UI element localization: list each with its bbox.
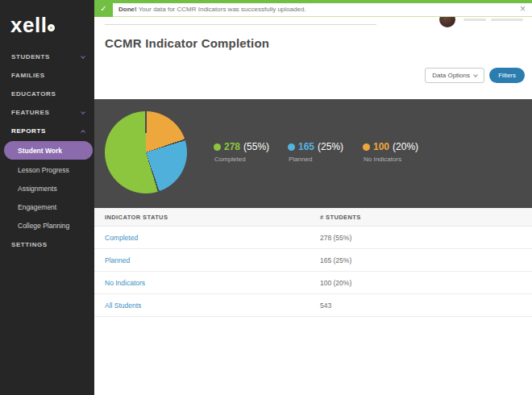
sidebar-item-families[interactable]: FAMILIES xyxy=(0,66,94,85)
chevron-up-icon xyxy=(81,130,85,135)
chevron-down-icon xyxy=(81,110,85,114)
table-row: Completed 278 (55%) xyxy=(94,227,532,249)
banner-message-text: Your data for CCMR Indicators was succes… xyxy=(137,6,306,13)
success-banner: ✓ Done! Your data for CCMR Indicators wa… xyxy=(94,0,532,17)
sidebar-item-student-work[interactable]: Student Work xyxy=(4,141,93,160)
sidebar-item-educators[interactable]: EDUCATORS xyxy=(0,85,94,103)
column-header-indicator-status: INDICATOR STATUS xyxy=(105,214,168,221)
sidebar-item-label: Assignments xyxy=(18,185,57,193)
sidebar-item-lesson-progress[interactable]: Lesson Progress xyxy=(0,160,94,179)
sidebar-item-label: Engagement xyxy=(18,203,56,211)
table-header: INDICATOR STATUS # STUDENTS xyxy=(94,208,532,227)
legend-item-no-indicators: 100 (20%) No Indicators xyxy=(363,141,418,163)
table-row: No Indicators 100 (20%) xyxy=(94,272,532,294)
sidebar-item-label: STUDENTS xyxy=(11,53,50,60)
sidebar-item-settings[interactable]: SETTINGS xyxy=(0,235,94,254)
check-icon: ✓ xyxy=(94,0,113,17)
sidebar-item-features[interactable]: FEATURES xyxy=(0,103,94,122)
sidebar-item-label: EDUCATORS xyxy=(11,90,56,98)
table-row: Planned 165 (25%) xyxy=(94,249,532,272)
status-link-completed[interactable]: Completed xyxy=(105,234,138,242)
app-window: xell STUDENTS FAMILIES EDUCATORS FEATURE… xyxy=(0,0,532,395)
sidebar-item-label: College Planning xyxy=(18,222,69,230)
logo-o-icon xyxy=(48,24,55,31)
filters-label: Filters xyxy=(498,72,516,79)
sidebar-item-label: Lesson Progress xyxy=(18,166,69,174)
sidebar-item-engagement[interactable]: Engagement xyxy=(0,198,94,216)
legend-count: 165 xyxy=(298,141,314,152)
sidebar-item-label: Student Work xyxy=(18,147,62,155)
legend-label: No Indicators xyxy=(364,156,418,163)
legend-dot-planned xyxy=(288,143,295,151)
chevron-down-icon xyxy=(81,54,85,59)
sidebar-item-students[interactable]: STUDENTS xyxy=(0,48,94,66)
column-header-students: # STUDENTS xyxy=(320,214,361,221)
chart-panel: 278 (55%) Completed 165 (25%) Planned 10… xyxy=(94,99,532,208)
main-content: ✓ Done! Your data for CCMR Indicators wa… xyxy=(94,0,532,395)
table-row: All Students 543 xyxy=(94,294,532,317)
legend-dot-completed xyxy=(214,143,221,151)
legend-label: Completed xyxy=(214,156,269,163)
legend-count: 100 xyxy=(373,141,389,152)
legend-count: 278 xyxy=(224,141,240,152)
legend-percent: (55%) xyxy=(243,141,269,152)
students-value: 278 (55%) xyxy=(320,234,351,242)
header-divider xyxy=(105,24,376,25)
students-value: 100 (20%) xyxy=(320,279,351,287)
legend-percent: (20%) xyxy=(393,141,418,152)
sidebar-item-assignments[interactable]: Assignments xyxy=(0,179,94,198)
logo-text: xell xyxy=(10,13,47,38)
legend-percent: (25%) xyxy=(318,141,343,152)
sidebar-item-label: FAMILIES xyxy=(11,72,45,79)
xello-logo[interactable]: xell xyxy=(0,0,94,41)
status-link-all-students[interactable]: All Students xyxy=(105,301,141,310)
legend-item-completed: 278 (55%) Completed xyxy=(214,141,269,163)
banner-emphasis: Done! xyxy=(118,6,137,13)
students-value: 543 xyxy=(320,301,331,310)
legend-dot-no-indicators xyxy=(363,143,370,151)
sidebar-item-reports[interactable]: REPORTS xyxy=(0,122,94,140)
sidebar-item-label: FEATURES xyxy=(11,109,49,116)
chevron-down-icon xyxy=(473,73,478,77)
students-value: 165 (25%) xyxy=(320,256,351,264)
legend-item-planned: 165 (25%) Planned xyxy=(288,141,343,163)
sidebar-item-label: REPORTS xyxy=(11,127,46,135)
filters-button[interactable]: Filters xyxy=(489,68,525,83)
data-options-button[interactable]: Data Options xyxy=(425,68,484,83)
data-options-label: Data Options xyxy=(432,72,470,79)
status-link-planned[interactable]: Planned xyxy=(105,256,130,264)
sidebar-nav: STUDENTS FAMILIES EDUCATORS FEATURES REP… xyxy=(0,48,94,254)
sidebar-item-label: SETTINGS xyxy=(11,241,48,248)
check-glyph: ✓ xyxy=(100,4,106,13)
status-link-no-indicators[interactable]: No Indicators xyxy=(105,279,145,287)
sidebar: xell STUDENTS FAMILIES EDUCATORS FEATURE… xyxy=(0,0,94,395)
banner-top-strip xyxy=(94,0,532,3)
user-name-placeholder xyxy=(463,19,486,21)
page-title: CCMR Indicator Completion xyxy=(105,36,269,50)
close-icon[interactable]: × xyxy=(520,4,526,14)
legend-label: Planned xyxy=(289,156,343,163)
user-name-placeholder xyxy=(491,19,523,21)
sidebar-item-college-planning[interactable]: College Planning xyxy=(0,216,94,235)
banner-message: Done! Your data for CCMR Indicators was … xyxy=(118,3,306,13)
pie-chart xyxy=(105,111,187,193)
